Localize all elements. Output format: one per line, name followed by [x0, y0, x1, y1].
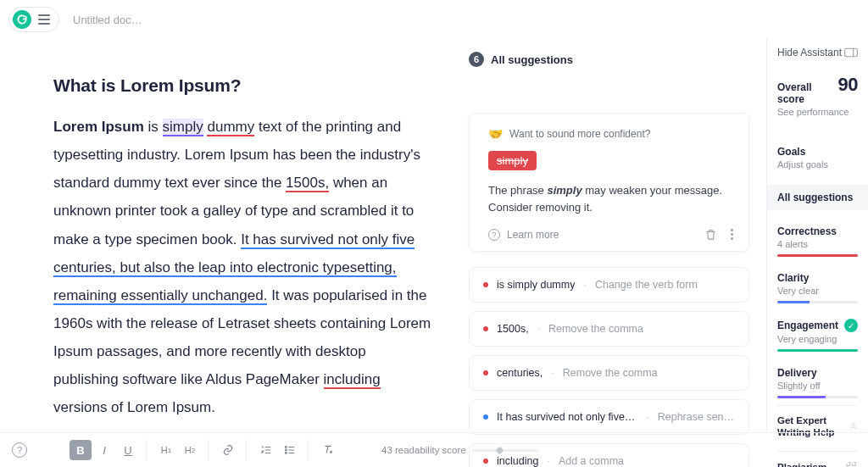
suggestion-row-hint: Change the verb form [595, 279, 735, 291]
hide-assistant-button[interactable]: Hide Assistant [777, 47, 858, 58]
hamburger-icon [38, 14, 50, 25]
suggestion-row[interactable]: centuries,·Remove the comma [469, 355, 749, 391]
severity-dot-icon [483, 414, 488, 420]
clear-formatting-button[interactable] [317, 440, 339, 460]
document-heading: What is Lorem Ipsum? [53, 75, 431, 96]
remove-word-chip[interactable]: simply [488, 151, 537, 170]
bottom-toolbar: ? B I U H1 H2 43 readability score [0, 432, 868, 467]
numbered-list-button[interactable] [255, 440, 277, 460]
svg-point-4 [285, 449, 287, 451]
highlight-simply[interactable]: simply [163, 119, 203, 136]
highlight-1500s[interactable]: 1500s, [286, 175, 329, 192]
grammarly-logo-icon [13, 10, 31, 29]
adjust-goals-link[interactable]: Adjust goals [777, 159, 858, 170]
metric-correctness[interactable]: Correctness 4 alerts [777, 225, 858, 257]
active-suggestion-category: Want to sound more confident? [509, 128, 650, 140]
highlight-dummy[interactable]: dummy [207, 119, 254, 136]
svg-rect-0 [845, 48, 858, 56]
overall-score-value: 90 [838, 74, 858, 96]
suggestions-header-title: All suggestions [491, 53, 573, 66]
more-options-button[interactable] [731, 229, 733, 240]
metric-clarity[interactable]: Clarity Very clear [777, 272, 858, 303]
link-button[interactable] [217, 440, 239, 460]
underline-button[interactable]: U [117, 440, 139, 460]
suggestion-row[interactable]: It has survived not only five centu…·Rep… [469, 399, 749, 435]
main-area: What is Lorem Ipsum? Lorem Ipsum is simp… [0, 38, 868, 432]
app-menu-pill[interactable] [8, 7, 59, 32]
italic-button[interactable]: I [93, 440, 115, 460]
suggestion-row-text: 1500s, [497, 323, 529, 335]
suggestion-row[interactable]: is simply dummy·Change the verb form [469, 267, 749, 303]
svg-point-5 [285, 453, 287, 454]
h1-button[interactable]: H1 [155, 440, 177, 460]
active-suggestion-advice: The phrase simply may weaken your messag… [488, 182, 733, 216]
bullet-list-button[interactable] [279, 440, 301, 460]
highlight-including[interactable]: including [324, 371, 381, 389]
assistant-sidebar: Hide Assistant Overall score 90 See perf… [766, 38, 868, 432]
severity-dot-icon [483, 282, 488, 287]
suggestions-header: 6 All suggestions [465, 47, 749, 79]
severity-dot-icon [483, 370, 488, 375]
check-icon: ✓ [844, 319, 858, 332]
learn-more-link[interactable]: ? Learn more [488, 229, 559, 241]
document-title[interactable]: Untitled doc… [73, 14, 142, 26]
metric-delivery[interactable]: Delivery Slightly off [777, 367, 858, 398]
help-icon: ? [488, 229, 500, 241]
suggestion-row-text: is simply dummy [497, 279, 575, 291]
svg-point-2 [852, 424, 854, 426]
readability-score[interactable]: 43 readability score [381, 445, 539, 455]
help-button[interactable]: ? [12, 442, 27, 458]
all-suggestions-tab[interactable]: All suggestions [767, 185, 868, 210]
suggestion-row-hint: Rephrase sentence [658, 411, 735, 423]
svg-point-3 [285, 447, 287, 448]
hands-icon: 🤝 [488, 127, 503, 141]
highlight-rephrase[interactable]: It has survived not only five centuries,… [53, 231, 415, 305]
h2-button[interactable]: H2 [179, 440, 201, 460]
readability-indicator [471, 449, 539, 452]
editor-pane[interactable]: What is Lorem Ipsum? Lorem Ipsum is simp… [35, 38, 465, 432]
suggestion-row-text: It has survived not only five centu… [497, 411, 637, 423]
overall-score-block[interactable]: Overall score 90 See performance [777, 74, 858, 117]
active-suggestion-card[interactable]: 🤝 Want to sound more confident? simply T… [469, 113, 749, 252]
document-body[interactable]: Lorem Ipsum is simply dummy text of the … [53, 113, 431, 422]
suggestion-row[interactable]: 1500s,·Remove the comma [469, 311, 749, 347]
suggestion-row-hint: Remove the comma [548, 323, 735, 335]
suggestions-pane: 6 All suggestions 🤝 Want to sound more c… [465, 38, 766, 432]
suggestion-count-badge: 6 [469, 52, 484, 67]
severity-dot-icon [483, 326, 488, 331]
suggestion-row-text: centuries, [497, 367, 542, 379]
bold-button[interactable]: B [70, 440, 92, 460]
goals-block[interactable]: Goals Adjust goals [777, 146, 858, 170]
metric-engagement[interactable]: Engagement ✓ Very engaging [777, 319, 858, 352]
see-performance-link[interactable]: See performance [777, 107, 858, 117]
top-bar: Untitled doc… [0, 0, 868, 38]
dismiss-suggestion-button[interactable] [704, 228, 717, 241]
suggestion-row-hint: Remove the comma [563, 367, 735, 379]
